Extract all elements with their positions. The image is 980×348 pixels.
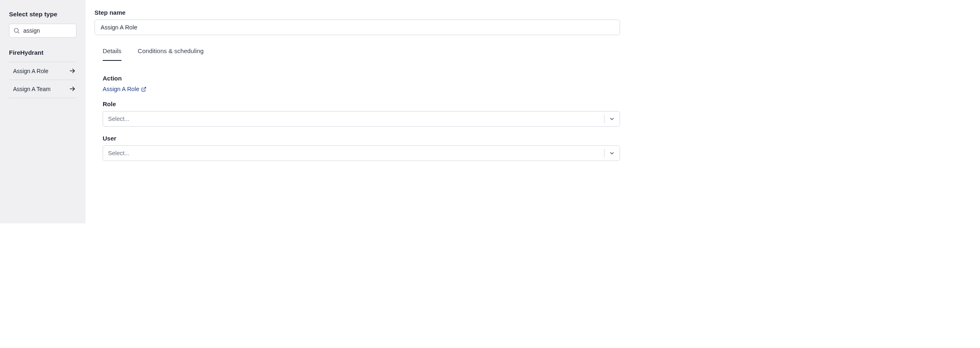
step-name-input[interactable]	[94, 20, 620, 35]
step-list: Assign A Role Assign A Team	[9, 62, 76, 98]
role-field: Role Select...	[103, 100, 620, 127]
select-divider	[604, 114, 605, 123]
svg-point-0	[14, 28, 18, 32]
action-link[interactable]: Assign A Role	[103, 86, 146, 92]
arrow-right-icon	[69, 67, 76, 74]
tab-conditions[interactable]: Conditions & scheduling	[138, 47, 204, 61]
user-select-wrapper: Select...	[103, 145, 620, 161]
external-link-icon	[141, 87, 146, 92]
user-label: User	[103, 135, 620, 142]
user-field: User Select...	[103, 135, 620, 161]
step-name-label: Step name	[94, 9, 620, 16]
select-divider	[604, 149, 605, 158]
svg-line-4	[144, 87, 146, 89]
main-content: Step name Details Conditions & schedulin…	[85, 0, 629, 223]
sidebar-item-assign-team[interactable]: Assign A Team	[9, 80, 76, 98]
sidebar-item-label: Assign A Team	[13, 86, 51, 92]
role-label: Role	[103, 100, 620, 107]
arrow-right-icon	[69, 85, 76, 92]
sidebar-item-assign-role[interactable]: Assign A Role	[9, 62, 76, 80]
details-section: Action Assign A Role Role Select...	[94, 61, 620, 161]
sidebar-title: Select step type	[9, 11, 76, 18]
sidebar-item-label: Assign A Role	[13, 68, 48, 74]
svg-line-1	[18, 32, 19, 33]
role-select-placeholder: Select...	[108, 116, 129, 122]
search-wrapper	[9, 24, 76, 38]
role-select[interactable]: Select...	[103, 111, 620, 127]
role-select-wrapper: Select...	[103, 111, 620, 127]
sidebar: Select step type FireHydrant Assign A Ro…	[0, 0, 85, 223]
user-select[interactable]: Select...	[103, 145, 620, 161]
tabs: Details Conditions & scheduling	[94, 47, 620, 61]
user-select-placeholder: Select...	[108, 150, 129, 156]
tab-details[interactable]: Details	[103, 47, 121, 61]
action-label: Action	[103, 75, 620, 82]
category-title: FireHydrant	[9, 49, 76, 56]
action-link-text: Assign A Role	[103, 86, 139, 92]
search-icon	[13, 27, 20, 34]
